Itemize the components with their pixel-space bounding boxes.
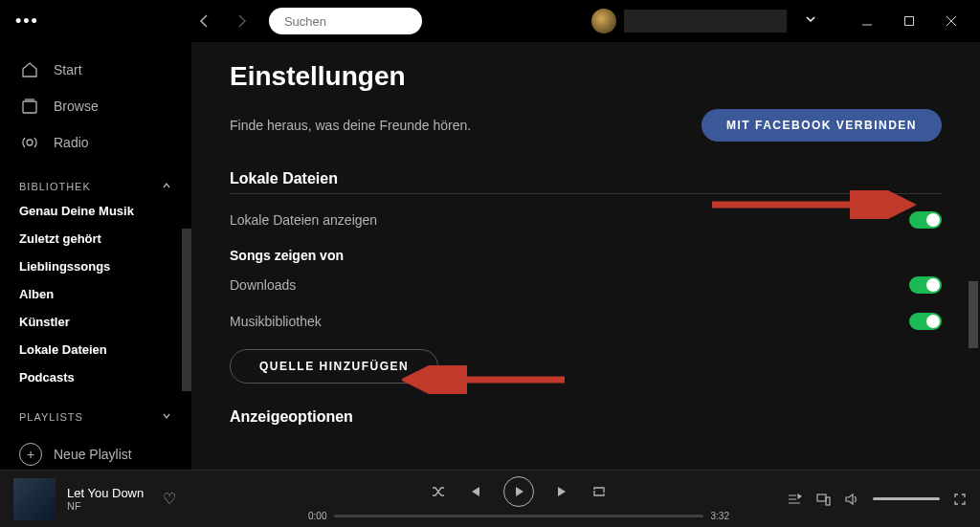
playlists-header[interactable]: PLAYLISTS bbox=[0, 403, 191, 428]
previous-button[interactable] bbox=[467, 484, 482, 499]
nav-back-button[interactable] bbox=[192, 10, 215, 33]
player-bar: Let You Down NF ♡ 0:00 3:32 bbox=[0, 470, 980, 527]
menu-dots[interactable]: ••• bbox=[15, 11, 39, 32]
svg-point-7 bbox=[27, 140, 33, 145]
new-playlist-button[interactable]: + Neue Playlist bbox=[0, 433, 191, 470]
avatar bbox=[591, 9, 616, 33]
lib-item-podcasts[interactable]: Podcasts bbox=[0, 363, 191, 391]
divider bbox=[230, 193, 942, 194]
page-title: Einstellungen bbox=[230, 61, 942, 92]
fullscreen-button[interactable] bbox=[953, 493, 967, 506]
volume-button[interactable] bbox=[844, 492, 859, 507]
show-local-files-toggle[interactable] bbox=[909, 211, 942, 229]
sidebar-item-start[interactable]: Start bbox=[0, 52, 191, 88]
volume-slider[interactable] bbox=[873, 497, 940, 500]
topbar: ••• bbox=[0, 0, 980, 42]
time-elapsed: 0:00 bbox=[308, 511, 326, 521]
svg-rect-10 bbox=[817, 494, 826, 501]
scrollbar[interactable] bbox=[182, 229, 191, 391]
show-local-files-label: Lokale Dateien anzeigen bbox=[230, 212, 377, 228]
sidebar-item-radio[interactable]: Radio bbox=[0, 124, 191, 161]
track-title[interactable]: Let You Down bbox=[67, 486, 144, 500]
radio-icon bbox=[19, 132, 40, 153]
nav-forward-button[interactable] bbox=[231, 10, 254, 33]
lib-item-made-for-you[interactable]: Genau Deine Musik bbox=[0, 197, 191, 225]
local-files-header: Lokale Dateien bbox=[230, 170, 942, 187]
facebook-connect-button[interactable]: MIT FACEBOOK VERBINDEN bbox=[702, 109, 942, 142]
lib-item-recent[interactable]: Zuletzt gehört bbox=[0, 225, 191, 253]
svg-rect-3 bbox=[905, 17, 914, 26]
album-art[interactable] bbox=[13, 478, 56, 520]
settings-content: Einstellungen Finde heraus, was deine Fr… bbox=[191, 42, 980, 470]
downloads-toggle[interactable] bbox=[909, 276, 942, 294]
player-controls: 0:00 3:32 bbox=[281, 476, 756, 521]
lib-item-local-files[interactable]: Lokale Dateien bbox=[0, 336, 191, 363]
sidebar-item-label: Radio bbox=[54, 135, 89, 150]
queue-button[interactable] bbox=[787, 492, 802, 507]
music-library-label: Musikbibliothek bbox=[230, 314, 322, 329]
track-artist[interactable]: NF bbox=[67, 500, 144, 512]
chevron-up-icon bbox=[161, 180, 172, 193]
sidebar: Start Browse Radio BIBLIOTHEK Genau Dein… bbox=[0, 42, 191, 470]
svg-rect-11 bbox=[826, 497, 830, 505]
sidebar-item-label: Browse bbox=[54, 99, 99, 114]
next-button[interactable] bbox=[555, 484, 570, 499]
maximize-button[interactable] bbox=[896, 8, 923, 34]
shuffle-button[interactable] bbox=[431, 484, 446, 499]
close-button[interactable] bbox=[938, 8, 965, 34]
search-box[interactable] bbox=[269, 8, 422, 34]
browse-icon bbox=[19, 96, 40, 117]
display-options-header: Anzeigeoptionen bbox=[230, 408, 942, 426]
minimize-button[interactable] bbox=[854, 8, 880, 34]
heart-icon[interactable]: ♡ bbox=[163, 490, 176, 508]
library-header[interactable]: BIBLIOTHEK bbox=[0, 172, 191, 197]
right-controls bbox=[756, 492, 967, 507]
lib-item-artists[interactable]: Künstler bbox=[0, 308, 191, 336]
lib-item-liked[interactable]: Lieblingssongs bbox=[0, 253, 191, 280]
now-playing: Let You Down NF ♡ bbox=[13, 478, 281, 520]
nav-arrows bbox=[192, 10, 254, 33]
downloads-label: Downloads bbox=[230, 277, 296, 293]
progress-bar[interactable] bbox=[334, 515, 702, 517]
user-menu[interactable] bbox=[591, 8, 965, 34]
chevron-down-icon bbox=[804, 12, 817, 30]
sidebar-item-browse[interactable]: Browse bbox=[0, 88, 191, 124]
songs-from-header: Songs zeigen von bbox=[230, 248, 942, 263]
music-library-toggle[interactable] bbox=[909, 313, 942, 330]
home-icon bbox=[19, 59, 40, 80]
plus-icon: + bbox=[19, 443, 42, 466]
search-input[interactable] bbox=[284, 14, 445, 29]
sidebar-item-label: Start bbox=[54, 62, 82, 77]
chevron-down-icon bbox=[161, 410, 172, 424]
add-source-button[interactable]: QUELLE HINZUFÜGEN bbox=[230, 349, 438, 384]
window-controls bbox=[854, 8, 965, 34]
lib-item-albums[interactable]: Alben bbox=[0, 280, 191, 308]
scrollbar[interactable] bbox=[969, 281, 978, 348]
time-duration: 3:32 bbox=[711, 511, 729, 521]
repeat-button[interactable] bbox=[591, 484, 607, 499]
devices-button[interactable] bbox=[815, 492, 831, 507]
facebook-desc: Finde heraus, was deine Freunde hören. bbox=[230, 118, 471, 133]
play-button[interactable] bbox=[503, 476, 534, 507]
svg-rect-6 bbox=[23, 101, 36, 113]
user-name bbox=[624, 10, 787, 33]
